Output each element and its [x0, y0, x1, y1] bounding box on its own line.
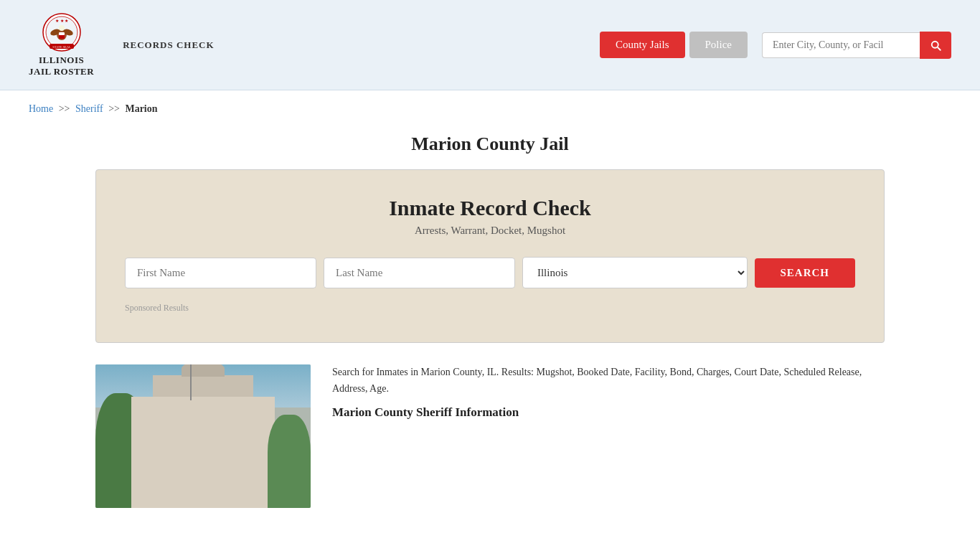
sponsored-results-label: Sponsored Results: [125, 303, 855, 314]
state-seal-icon: ★ ★ ★ STATE SEAL: [42, 13, 81, 52]
last-name-input[interactable]: [324, 258, 515, 288]
description-text: Search for Inmates in Marion County, IL.…: [332, 364, 885, 397]
site-logo[interactable]: ★ ★ ★ STATE SEAL ILLINOIS JAIL ROSTER: [29, 13, 94, 77]
breadcrumb-sheriff[interactable]: Sheriff: [75, 103, 103, 114]
header-search-bar: [762, 32, 951, 59]
svg-text:STATE SEAL: STATE SEAL: [52, 45, 71, 49]
site-header: ★ ★ ★ STATE SEAL ILLINOIS JAIL ROSTER RE…: [0, 0, 980, 90]
breadcrumb-sep2: >>: [108, 103, 120, 114]
record-check-subtitle: Arrests, Warrant, Docket, Mugshot: [125, 225, 855, 237]
header-search-input[interactable]: [762, 32, 920, 58]
svg-point-5: [59, 25, 65, 31]
first-name-input[interactable]: [125, 258, 316, 288]
inmate-search-button[interactable]: SEARCH: [755, 258, 856, 288]
state-select[interactable]: Illinois Alabama Alaska: [522, 257, 748, 288]
building-image: [95, 364, 311, 508]
record-check-title: Inmate Record Check: [125, 196, 855, 220]
main-nav: County Jails Police: [600, 32, 951, 59]
breadcrumb-home[interactable]: Home: [29, 103, 53, 114]
page-title: Marion County Jail: [0, 133, 980, 155]
building-top: [153, 375, 253, 397]
flagpole: [190, 364, 192, 400]
police-button[interactable]: Police: [689, 32, 748, 58]
breadcrumb: Home >> Sheriff >> Marion: [0, 90, 980, 122]
header-search-button[interactable]: [920, 32, 951, 59]
svg-text:★ ★ ★: ★ ★ ★: [55, 19, 68, 23]
building-body: [131, 397, 275, 508]
breadcrumb-current: Marion: [125, 103, 157, 114]
logo-text: ILLINOIS JAIL ROSTER: [29, 55, 94, 77]
records-check-link[interactable]: RECORDS CHECK: [123, 39, 215, 51]
inmate-search-form: Illinois Alabama Alaska SEARCH: [125, 257, 855, 288]
trees-right: [268, 415, 311, 508]
svg-rect-7: [59, 32, 65, 35]
record-check-box: Inmate Record Check Arrests, Warrant, Do…: [95, 169, 885, 343]
search-icon: [929, 39, 942, 52]
bottom-section: Search for Inmates in Marion County, IL.…: [67, 364, 913, 537]
breadcrumb-sep1: >>: [59, 103, 70, 114]
county-jails-button[interactable]: County Jails: [600, 32, 685, 58]
building-dome: [182, 364, 225, 377]
description-area: Search for Inmates in Marion County, IL.…: [332, 364, 885, 508]
sheriff-section-heading: Marion County Sheriff Information: [332, 402, 885, 422]
